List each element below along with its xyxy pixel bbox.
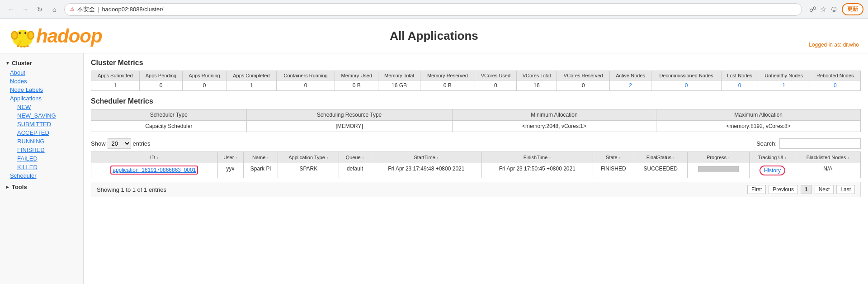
metrics-link-12[interactable]: 0 bbox=[685, 82, 688, 89]
cluster-section-title[interactable]: ▼ Cluster bbox=[0, 58, 83, 68]
cluster-arrow-icon: ▼ bbox=[5, 61, 10, 66]
pagination-btn-first[interactable]: First bbox=[747, 185, 766, 194]
app-blacklisted-cell: N/A bbox=[795, 163, 861, 178]
tracking-history-link[interactable]: History bbox=[760, 166, 785, 175]
metrics-header-1: Apps Pending bbox=[139, 71, 183, 80]
metrics-header-11: Active Nodes bbox=[610, 71, 651, 80]
apps-col-header-9[interactable]: Progress ↕ bbox=[687, 152, 750, 163]
metrics-value-15[interactable]: 0 bbox=[810, 80, 860, 91]
home-button[interactable]: ⌂ bbox=[48, 3, 61, 16]
applications-sub-section: NEW NEW_SAVING SUBMITTED ACCEPTED RUNNIN… bbox=[4, 103, 83, 171]
update-button[interactable]: 更新 bbox=[842, 3, 863, 15]
app-type-cell: SPARK bbox=[278, 163, 339, 178]
metrics-header-15: Rebooted Nodes bbox=[810, 71, 860, 80]
apps-col-header-7[interactable]: State ↕ bbox=[593, 152, 634, 163]
show-label: Show bbox=[91, 140, 106, 147]
sidebar-item-new[interactable]: NEW bbox=[4, 103, 83, 111]
sort-icon-6: ↕ bbox=[549, 156, 551, 160]
pagination-btn-next[interactable]: Next bbox=[815, 185, 834, 194]
apps-col-header-3[interactable]: Application Type ↕ bbox=[278, 152, 339, 163]
sidebar-item-nodes[interactable]: Nodes bbox=[0, 77, 83, 85]
metrics-values-row: 100100 B16 GB0 B016020010 bbox=[91, 80, 861, 91]
sidebar-item-new-saving[interactable]: NEW_SAVING bbox=[4, 111, 83, 120]
cluster-metrics-title: Cluster Metrics bbox=[91, 59, 861, 67]
scheduler-header-0: Scheduler Type bbox=[91, 109, 247, 121]
metrics-link-15[interactable]: 0 bbox=[834, 82, 837, 89]
metrics-header-14: Unhealthy Nodes bbox=[758, 71, 810, 80]
reload-button[interactable]: ↻ bbox=[33, 3, 46, 16]
metrics-value-13[interactable]: 0 bbox=[722, 80, 758, 91]
search-label: Search: bbox=[756, 140, 777, 147]
tools-section: ► Tools bbox=[0, 182, 83, 192]
security-label: 不安全 bbox=[77, 5, 95, 14]
sort-icon-9: ↕ bbox=[728, 156, 730, 160]
app-id-link[interactable]: application_1619170866863_0001 bbox=[110, 166, 198, 175]
app-starttime-cell: Fri Apr 23 17:49:48 +0800 2021 bbox=[371, 163, 481, 178]
tools-label: Tools bbox=[12, 184, 27, 190]
metrics-link-14[interactable]: 1 bbox=[782, 82, 785, 89]
sidebar-item-killed[interactable]: KILLED bbox=[4, 163, 83, 171]
apps-col-header-5[interactable]: StartTime ↕ bbox=[371, 152, 481, 163]
metrics-header-7: Memory Reserved bbox=[420, 71, 475, 80]
metrics-link-13[interactable]: 0 bbox=[738, 82, 741, 89]
metrics-value-5: 0 B bbox=[335, 80, 378, 91]
metrics-header-13: Lost Nodes bbox=[722, 71, 758, 80]
metrics-value-9: 16 bbox=[516, 80, 557, 91]
sidebar: ▼ Cluster About Nodes Node Labels Applic… bbox=[0, 53, 84, 284]
sidebar-item-finished[interactable]: FINISHED bbox=[4, 146, 83, 154]
page-wrapper: hadoop All Applications Logged in as: dr… bbox=[0, 19, 868, 284]
scheduler-header-1: Scheduling Resource Type bbox=[246, 109, 452, 121]
sidebar-item-submitted[interactable]: SUBMITTED bbox=[4, 120, 83, 128]
apps-col-header-1[interactable]: User ↕ bbox=[217, 152, 243, 163]
apps-col-header-4[interactable]: Queue ↕ bbox=[339, 152, 371, 163]
pagination: FirstPrevious1NextLast bbox=[747, 185, 855, 194]
back-button[interactable]: ← bbox=[5, 3, 17, 16]
apps-col-header-8[interactable]: FinalStatus ↕ bbox=[634, 152, 687, 163]
svg-point-9 bbox=[28, 32, 33, 38]
sidebar-item-node-labels[interactable]: Node Labels bbox=[0, 85, 83, 94]
apps-col-header-0[interactable]: ID ↕ bbox=[91, 152, 218, 163]
page-title: All Applications bbox=[390, 29, 478, 43]
metrics-value-12[interactable]: 0 bbox=[651, 80, 721, 91]
entries-select[interactable]: 20 50 100 bbox=[108, 138, 131, 149]
pagination-btn-previous[interactable]: Previous bbox=[769, 185, 798, 194]
apps-col-header-6[interactable]: FinishTime ↕ bbox=[482, 152, 593, 163]
sort-icon-2: ↕ bbox=[267, 156, 269, 160]
sidebar-item-running[interactable]: RUNNING bbox=[4, 137, 83, 146]
address-bar[interactable]: ⚠ 不安全 | hadoop02:8088/cluster/ bbox=[64, 3, 802, 16]
apps-header-row: ID ↕User ↕Name ↕Application Type ↕Queue … bbox=[91, 152, 861, 163]
showing-text: Showing 1 to 1 of 1 entries bbox=[97, 186, 166, 193]
apps-col-header-11[interactable]: Blacklisted Nodes ↕ bbox=[795, 152, 861, 163]
sort-icon-10: ↕ bbox=[785, 156, 787, 160]
metrics-header-4: Containers Running bbox=[276, 71, 335, 80]
tools-section-title[interactable]: ► Tools bbox=[0, 182, 83, 192]
account-icon[interactable]: ☺ bbox=[830, 5, 838, 14]
sidebar-item-failed[interactable]: FAILED bbox=[4, 154, 83, 163]
pagination-btn-last[interactable]: Last bbox=[836, 185, 855, 194]
sidebar-item-scheduler[interactable]: Scheduler bbox=[0, 171, 83, 180]
scheduler-value-2: <memory:2048, vCores:1> bbox=[452, 121, 656, 132]
search-input[interactable] bbox=[779, 138, 861, 149]
sidebar-item-applications[interactable]: Applications bbox=[0, 94, 83, 103]
metrics-value-14[interactable]: 1 bbox=[758, 80, 810, 91]
metrics-header-8: VCores Used bbox=[475, 71, 516, 80]
pagination-btn-1[interactable]: 1 bbox=[801, 185, 812, 194]
apps-col-header-2[interactable]: Name ↕ bbox=[243, 152, 278, 163]
show-entries: Show 20 50 100 entries bbox=[91, 138, 151, 149]
metrics-value-7: 0 B bbox=[420, 80, 475, 91]
forward-button[interactable]: → bbox=[19, 3, 32, 16]
app-tracking-cell: History bbox=[750, 163, 795, 178]
sidebar-item-about[interactable]: About bbox=[0, 68, 83, 77]
entries-label: entries bbox=[133, 140, 151, 147]
scheduler-header-row: Scheduler TypeScheduling Resource TypeMi… bbox=[91, 109, 861, 121]
page-header: hadoop All Applications Logged in as: dr… bbox=[0, 19, 868, 53]
browser-chrome: ← → ↻ ⌂ ⚠ 不安全 | hadoop02:8088/cluster/ ☍… bbox=[0, 0, 868, 19]
metrics-link-11[interactable]: 2 bbox=[629, 82, 632, 89]
sidebar-item-accepted[interactable]: ACCEPTED bbox=[4, 128, 83, 137]
sort-icon-8: ↕ bbox=[673, 156, 675, 160]
cluster-label: Cluster bbox=[12, 60, 32, 66]
metrics-value-11[interactable]: 2 bbox=[610, 80, 651, 91]
logged-in-label: Logged in as: dr.who bbox=[809, 42, 859, 48]
star-icon[interactable]: ☆ bbox=[820, 5, 826, 14]
apps-col-header-10[interactable]: Tracking UI ↕ bbox=[750, 152, 795, 163]
